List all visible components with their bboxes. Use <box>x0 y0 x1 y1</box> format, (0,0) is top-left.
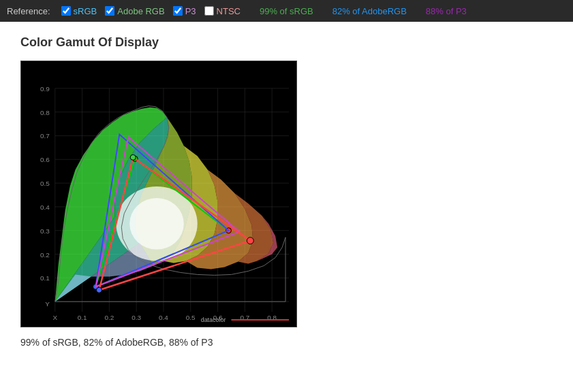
svg-point-42 <box>129 198 184 250</box>
ref-item-ntsc[interactable]: NTSC <box>204 6 241 16</box>
stat-p3: 88% of P3 <box>426 6 467 16</box>
stat-adobe: 82% of AdobeRGB <box>332 6 407 16</box>
checkbox-srgb[interactable] <box>61 6 71 16</box>
svg-text:0.5: 0.5 <box>40 180 50 187</box>
svg-point-53 <box>130 154 136 160</box>
gamut-chart: 0.9 0.8 0.7 0.6 0.5 0.4 0.3 0.2 0.1 Y X … <box>21 61 296 327</box>
svg-text:0.5: 0.5 <box>186 314 196 321</box>
svg-text:0.9: 0.9 <box>40 85 50 93</box>
svg-text:0.4: 0.4 <box>40 203 50 211</box>
svg-text:0.6: 0.6 <box>40 156 50 163</box>
checkbox-p3[interactable] <box>173 6 183 16</box>
svg-point-52 <box>96 287 102 293</box>
svg-text:datacolor: datacolor <box>201 316 226 323</box>
reference-bar: Reference: sRGB Adobe RGB P3 NTSC 99% of… <box>0 0 573 22</box>
checkbox-ntsc[interactable] <box>204 6 214 16</box>
chart-title: Color Gamut Of Display <box>20 35 553 50</box>
svg-text:X: X <box>52 314 57 321</box>
svg-text:0.8: 0.8 <box>40 109 50 116</box>
svg-text:0.4: 0.4 <box>159 314 168 321</box>
ref-item-p3[interactable]: P3 <box>173 6 196 16</box>
ref-label-ntsc: NTSC <box>217 6 241 16</box>
chart-container: 0.9 0.8 0.7 0.6 0.5 0.4 0.3 0.2 0.1 Y X … <box>20 61 297 327</box>
main-content: Color Gamut Of Display <box>0 22 573 368</box>
checkbox-adobe[interactable] <box>105 6 114 16</box>
summary-text: 99% of sRGB, 82% of AdobeRGB, 88% of P3 <box>20 337 553 348</box>
svg-point-51 <box>247 238 253 244</box>
reference-label: Reference: <box>7 6 50 16</box>
ref-label-adobe: Adobe RGB <box>117 6 164 16</box>
ref-item-srgb[interactable]: sRGB <box>61 6 97 16</box>
svg-text:Y: Y <box>45 300 50 308</box>
ref-label-srgb: sRGB <box>74 6 97 16</box>
svg-text:0.3: 0.3 <box>131 314 141 321</box>
svg-text:0.2: 0.2 <box>104 314 114 321</box>
svg-text:0.3: 0.3 <box>40 227 50 235</box>
stat-srgb: 99% of sRGB <box>260 6 313 16</box>
ref-item-adobe[interactable]: Adobe RGB <box>105 6 164 16</box>
ref-label-p3: P3 <box>185 6 196 16</box>
svg-text:0.7: 0.7 <box>40 132 50 140</box>
svg-text:0.1: 0.1 <box>40 274 50 282</box>
svg-text:0.2: 0.2 <box>40 251 50 259</box>
svg-text:0.1: 0.1 <box>78 314 87 321</box>
